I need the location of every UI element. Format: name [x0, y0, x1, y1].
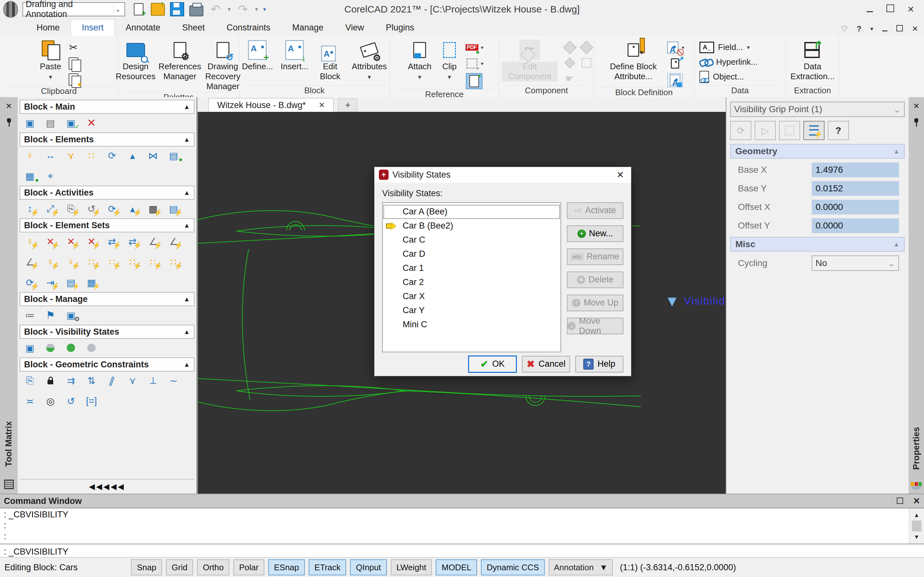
doc-restore-button[interactable]	[897, 24, 903, 33]
pattern-set-2-icon[interactable]: ∷	[127, 256, 138, 268]
help-button[interactable]: ?	[857, 24, 861, 33]
test-block-icon[interactable]: ▣	[65, 117, 77, 129]
flip-element-icon[interactable]: ▴	[127, 150, 138, 161]
pin-icon[interactable]	[914, 118, 919, 127]
pattern-activity-icon[interactable]: ▦	[147, 203, 159, 214]
list-item[interactable]: Car 1	[383, 261, 560, 276]
hyperlink-button[interactable]: Hyperlink...	[699, 57, 758, 67]
section-block-activities[interactable]: Block - Activities▲	[19, 185, 194, 200]
copy-activity-icon[interactable]: ⎘	[65, 203, 77, 214]
select-cursor-button[interactable]: ▷	[754, 121, 776, 140]
rotation-element-icon[interactable]: ⋎	[65, 150, 77, 161]
toggle-snap[interactable]: Snap	[131, 559, 162, 575]
block-settings-icon[interactable]: ▣	[65, 309, 77, 321]
tangent-constraint-icon[interactable]: ⋎	[127, 375, 138, 386]
fix-constraint-icon[interactable]	[45, 375, 56, 386]
table-set-icon[interactable]: ▤	[65, 277, 77, 288]
misc-section-header[interactable]: Misc ▲	[730, 237, 905, 251]
rotation-set-icon[interactable]: ♀	[45, 256, 56, 268]
design-resources-button[interactable]: Design Resources	[114, 39, 157, 82]
close-block-editor-icon[interactable]: ✕	[86, 117, 97, 129]
doc-close-button[interactable]: ✕	[912, 24, 918, 33]
flip-set-icon[interactable]: ⇥	[45, 277, 56, 288]
dialog-close-button[interactable]: ✕	[614, 169, 627, 180]
activate-button[interactable]: ⇨Activate	[567, 202, 624, 219]
tab-manage[interactable]: Manage	[281, 19, 334, 36]
matrix-grid-icon[interactable]	[4, 480, 14, 489]
lookup-activity-icon[interactable]: ▤	[168, 203, 179, 214]
toggle-etrack[interactable]: ETrack	[309, 559, 346, 575]
component-insert-icon[interactable]	[563, 56, 577, 69]
visibility-states-list[interactable]: Car A (Bee) Car B (Bee2) Car C Car D Car…	[382, 202, 561, 352]
section-block-geometric-constraints[interactable]: Block - Geometric Constraints▲	[19, 358, 194, 372]
dialog-title-bar[interactable]: + Visibility States ✕	[375, 167, 631, 183]
list-item[interactable]: Car 2	[383, 276, 560, 290]
tab-home[interactable]: Home	[26, 19, 71, 36]
block-attribute-manager-button[interactable]: ⃠	[666, 41, 680, 54]
rename-button[interactable]: ab|cRename	[567, 248, 624, 265]
concentric-constraint-icon[interactable]: ◎	[45, 395, 56, 407]
undo-dropdown[interactable]: ▾	[228, 6, 231, 13]
component-cube-icon[interactable]	[563, 41, 577, 54]
visibility-grip-triangle-icon[interactable]: ▼	[665, 295, 680, 308]
print-button[interactable]	[189, 2, 204, 16]
linear-stretch-set-icon[interactable]: ✕	[65, 235, 77, 247]
tab-plugins[interactable]: Plugins	[375, 19, 425, 36]
redo-button[interactable]: ↷	[236, 2, 250, 16]
toggle-dynamic-ccs[interactable]: Dynamic CCS	[481, 559, 545, 575]
rotate-element-icon[interactable]: ⟳	[106, 150, 118, 161]
polar-move-set-icon[interactable]: ∠	[147, 235, 159, 247]
constraint-status-icon[interactable]: ≔	[24, 309, 36, 321]
section-block-elements[interactable]: Block - Elements▲	[19, 132, 194, 147]
toggle-esnap[interactable]: ESnap	[268, 559, 305, 575]
geometry-section-header[interactable]: Geometry ▲	[730, 144, 905, 159]
coincident-constraint-icon[interactable]: ⎘	[24, 375, 36, 386]
section-block-element-sets[interactable]: Block - Element Sets▲	[19, 218, 194, 232]
clip-button[interactable]: Clip ▾	[437, 39, 462, 83]
rotate-activity-icon[interactable]: ⟳	[106, 203, 118, 214]
properties-help-button[interactable]: ?	[828, 121, 849, 140]
polar-stretch-set-icon[interactable]: ∠	[168, 235, 179, 247]
sync-attributes-button[interactable]: ↗	[668, 57, 682, 70]
undo-button[interactable]: ↶	[208, 2, 223, 16]
cycling-select[interactable]: No ⌄	[812, 255, 899, 271]
select-window-button[interactable]	[779, 121, 800, 140]
edit-block-button[interactable]: ☛ Edit Block	[314, 39, 347, 82]
toggle-lweight[interactable]: LWeight	[391, 559, 432, 575]
list-item[interactable]: Car Y	[383, 303, 560, 318]
new-button[interactable]: +New...	[567, 226, 624, 242]
visibility-states-dialog-icon[interactable]: ▣	[24, 342, 36, 354]
parallel-constraint-icon[interactable]: ⇉	[65, 375, 77, 386]
properties-close-button[interactable]: ✕	[913, 102, 919, 111]
pattern-element-icon[interactable]: ∷	[86, 150, 97, 161]
attributes-button[interactable]: ⚙ Attributes ▾	[349, 39, 389, 83]
workspace-selector[interactable]: Drafting and Annotation ⌄	[23, 2, 125, 16]
object-button[interactable]: Object...	[699, 71, 744, 83]
section-block-main[interactable]: Block - Main▲	[19, 100, 194, 114]
command-scrollbar[interactable]: ▲ ▼	[909, 508, 924, 544]
offset-y-field[interactable]: 0.0000	[812, 218, 899, 233]
help-button[interactable]: ?Help	[575, 356, 624, 372]
equal-constraint-icon[interactable]: [=]	[86, 395, 97, 407]
quick-properties-button[interactable]	[803, 121, 825, 140]
list-item[interactable]: Car C	[383, 233, 560, 247]
dgn-underlay-button[interactable]: ●	[465, 57, 479, 70]
new-document-button[interactable]: +	[132, 2, 145, 16]
move-activity-icon[interactable]: ↕	[24, 203, 36, 214]
move-up-button[interactable]: ↑Move Up	[567, 295, 624, 311]
flag-icon[interactable]: ⚑	[45, 309, 56, 321]
save-button[interactable]	[170, 2, 184, 16]
rotation-set-2-icon[interactable]: ♀	[65, 256, 77, 268]
toggle-model[interactable]: MODEL	[436, 559, 477, 575]
toggle-ortho[interactable]: Ortho	[197, 559, 229, 575]
pattern-set-3-icon[interactable]: ∷	[147, 256, 159, 268]
command-window-close-button[interactable]: ✕	[913, 496, 920, 506]
image-underlay-button[interactable]: ●	[466, 73, 483, 89]
new-tab-button[interactable]: +	[338, 98, 357, 112]
pin-icon[interactable]	[6, 118, 11, 127]
tab-insert[interactable]: Insert	[71, 19, 115, 36]
visibility-show-icon[interactable]	[65, 342, 77, 354]
attribute-display-button[interactable]: ▦	[667, 73, 683, 87]
section-block-manage[interactable]: Block - Manage▲	[19, 292, 194, 306]
references-manager-button[interactable]: ⚙ References Manager	[160, 39, 200, 82]
